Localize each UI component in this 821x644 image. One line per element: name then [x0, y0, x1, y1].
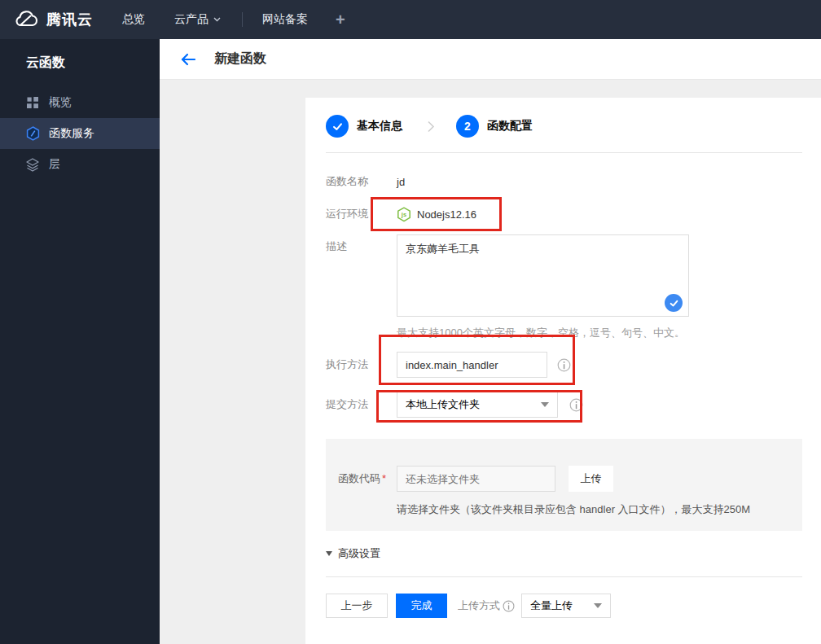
handler-label: 执行方法	[326, 357, 397, 372]
page-header: 新建函数	[160, 39, 821, 80]
nav-add-tab-button[interactable]: +	[336, 11, 345, 29]
brand-name: 腾讯云	[46, 10, 93, 29]
step1-label: 基本信息	[357, 119, 402, 134]
runtime-label: 运行环境	[326, 207, 397, 221]
svg-text:js: js	[401, 211, 406, 218]
wizard-card: 基本信息 2 函数配置 函数名称 jd 运行环境 js Nodejs12.16	[305, 98, 821, 644]
step1-done-circle	[326, 115, 349, 138]
caret-down-icon	[594, 603, 602, 608]
description-textarea[interactable]: 京东薅羊毛工具	[397, 234, 689, 317]
nav-divider	[242, 12, 243, 27]
finish-button[interactable]: 完成	[396, 594, 447, 618]
step2-label: 函数配置	[487, 119, 533, 134]
sidebar: 云函数 概览 函数服务 层	[0, 39, 160, 644]
function-code-panel: 函数代码* 上传 请选择文件夹（该文件夹根目录应包含 handler 入口文件）…	[326, 439, 802, 531]
upload-button[interactable]: 上传	[569, 466, 613, 492]
previous-step-button[interactable]: 上一步	[326, 594, 388, 618]
info-icon[interactable]	[569, 398, 583, 412]
triangle-down-icon	[326, 551, 332, 556]
grid-icon	[26, 96, 40, 110]
function-name-value: jd	[397, 176, 405, 188]
sidebar-item-overview[interactable]: 概览	[0, 87, 160, 118]
section-divider	[326, 152, 802, 153]
upload-mode-select[interactable]: 全量上传	[521, 594, 611, 618]
function-hexagon-icon	[26, 127, 40, 141]
sidebar-product-title: 云函数	[0, 39, 160, 87]
chevron-down-icon	[213, 17, 221, 22]
sidebar-item-label: 概览	[49, 95, 72, 110]
step2-number-circle: 2	[456, 115, 479, 138]
submit-method-label: 提交方法	[326, 397, 397, 412]
handler-input[interactable]	[397, 352, 547, 378]
step-chevron-icon	[427, 120, 435, 134]
wizard-footer: 上一步 完成 上传方式 全量上传	[326, 594, 802, 618]
nav-item-cloud-products[interactable]: 云产品	[174, 12, 221, 27]
caret-down-icon	[541, 402, 549, 407]
sidebar-item-label: 函数服务	[49, 126, 94, 141]
function-name-label: 函数名称	[326, 174, 397, 189]
advanced-settings-label: 高级设置	[338, 546, 380, 561]
submit-method-value: 本地上传文件夹	[406, 397, 480, 412]
step-indicator: 基本信息 2 函数配置	[326, 98, 802, 138]
layers-icon	[26, 158, 40, 172]
sidebar-item-label: 层	[49, 157, 60, 172]
sidebar-item-function-service[interactable]: 函数服务	[0, 118, 160, 149]
cloud-logo-icon	[13, 10, 39, 29]
tencent-cloud-logo[interactable]: 腾讯云	[13, 10, 93, 29]
folder-path-input	[397, 466, 555, 492]
description-label: 描述	[326, 234, 397, 320]
required-asterisk: *	[382, 472, 386, 484]
back-button[interactable]	[180, 53, 196, 66]
top-navbar: 腾讯云 总览 云产品 网站备案 +	[0, 0, 821, 39]
info-icon[interactable]	[557, 358, 571, 372]
function-code-label: 函数代码*	[338, 471, 397, 486]
nav-item-icp[interactable]: 网站备案	[262, 12, 308, 27]
description-hint: 最大支持1000个英文字母，数字，空格，逗号、句号、中文。	[397, 326, 802, 339]
page-title: 新建函数	[214, 50, 266, 68]
nodejs-icon: js	[397, 207, 411, 222]
nav-item-overview[interactable]: 总览	[122, 12, 145, 27]
arrow-left-icon	[180, 53, 196, 66]
submit-method-select[interactable]: 本地上传文件夹	[397, 392, 558, 418]
sidebar-item-layers[interactable]: 层	[0, 149, 160, 180]
validation-check-icon	[665, 294, 683, 312]
section-divider	[326, 576, 802, 577]
check-icon	[331, 120, 344, 133]
upload-mode-value: 全量上传	[530, 598, 573, 613]
advanced-settings-toggle[interactable]: 高级设置	[326, 547, 802, 559]
info-icon[interactable]	[503, 600, 515, 612]
runtime-value: js Nodejs12.16	[397, 207, 476, 222]
upload-mode-label: 上传方式	[458, 598, 515, 613]
function-code-hint: 请选择文件夹（该文件夹根目录应包含 handler 入口文件），最大支持250M	[397, 502, 802, 517]
